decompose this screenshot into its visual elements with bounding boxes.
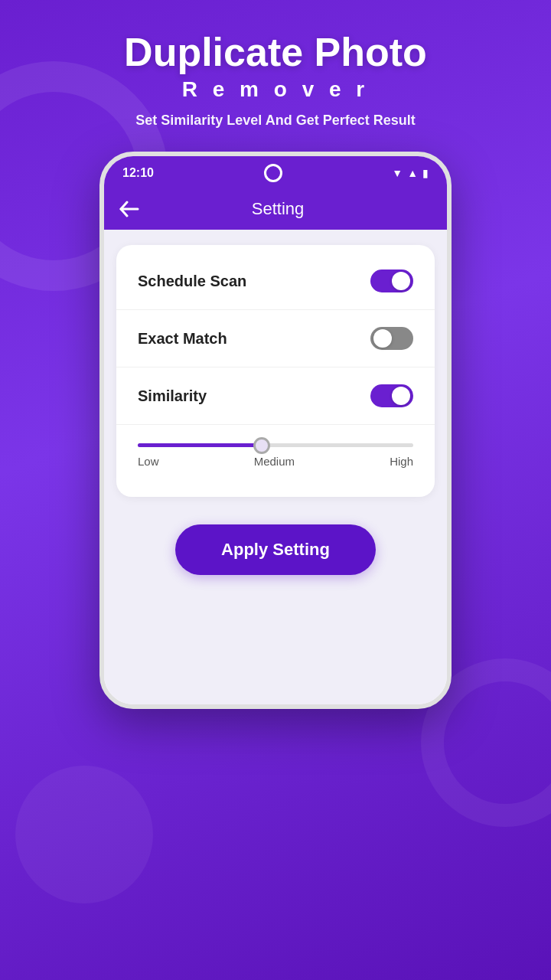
exact-match-label: Exact Match <box>138 330 227 348</box>
app-subtitle: R e m o v e r <box>182 77 370 102</box>
wifi-icon: ▼ <box>392 167 403 179</box>
app-description: Set Similarity Level And Get Perfect Res… <box>135 113 415 129</box>
slider-low-label: Low <box>138 455 159 468</box>
signal-icon: ▲ <box>407 167 418 179</box>
screen-title: Setting <box>152 199 404 219</box>
back-button[interactable] <box>119 201 139 217</box>
similarity-row: Similarity <box>116 368 435 425</box>
similarity-label: Similarity <box>138 387 207 405</box>
slider-high-label: High <box>390 455 413 468</box>
similarity-toggle[interactable] <box>370 384 413 407</box>
slider-medium-label: Medium <box>254 455 295 468</box>
status-time: 12:10 <box>122 166 154 180</box>
slider-section: Low Medium High <box>116 431 435 489</box>
battery-icon: ▮ <box>422 167 429 179</box>
slider-labels: Low Medium High <box>138 455 413 468</box>
schedule-scan-toggle[interactable] <box>370 270 413 292</box>
status-bar: 12:10 ▼ ▲ ▮ <box>104 156 447 188</box>
app-bar: Setting <box>104 188 447 230</box>
schedule-scan-row: Schedule Scan <box>116 253 435 310</box>
notch <box>264 164 282 182</box>
app-title: Duplicate Photo <box>124 31 427 74</box>
settings-card: Schedule Scan Exact Match Similari <box>116 245 435 497</box>
apply-button-wrapper: Apply Setting <box>116 524 435 575</box>
slider-thumb[interactable] <box>253 437 270 454</box>
exact-match-toggle[interactable] <box>370 327 413 350</box>
slider-fill <box>138 443 262 447</box>
schedule-scan-label: Schedule Scan <box>138 273 246 290</box>
apply-setting-button[interactable]: Apply Setting <box>175 524 376 575</box>
status-icons: ▼ ▲ ▮ <box>392 167 429 179</box>
content-area: Schedule Scan Exact Match Similari <box>104 230 447 704</box>
slider-wrapper[interactable] <box>138 443 413 447</box>
exact-match-row: Exact Match <box>116 310 435 368</box>
slider-track <box>138 443 413 447</box>
phone-frame: 12:10 ▼ ▲ ▮ Setting Schedule Scan <box>99 152 452 709</box>
